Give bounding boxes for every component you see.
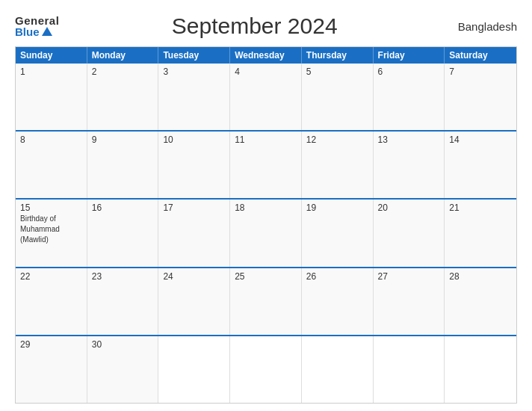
day-header-thursday: Thursday [302,47,374,64]
day-cell: 9 [87,132,159,198]
day-cell: 16 [87,200,159,266]
week-row-3: 15Birthday of Muhammad (Mawlid)161718192… [16,198,516,266]
day-cell [158,336,230,403]
day-number: 5 [306,67,368,77]
day-header-friday: Friday [374,47,445,64]
day-cell: 28 [445,268,516,335]
day-number: 12 [306,135,368,145]
day-cell: 22 [16,268,87,335]
calendar-grid: SundayMondayTuesdayWednesdayThursdayFrid… [15,46,517,404]
day-cell: 7 [445,64,516,130]
day-number: 3 [163,67,225,77]
day-header-sunday: Sunday [16,47,87,64]
day-number: 28 [449,271,512,282]
day-number: 6 [378,67,440,77]
day-cell: 5 [302,64,374,130]
day-header-tuesday: Tuesday [158,47,230,64]
day-cell: 12 [302,132,374,198]
day-header-monday: Monday [87,47,159,64]
day-number: 13 [378,135,440,145]
day-cell: 15Birthday of Muhammad (Mawlid) [16,200,87,266]
weeks-container: 123456789101112131415Birthday of Muhamma… [16,64,516,403]
day-number: 26 [306,271,368,282]
day-number: 22 [20,271,82,282]
day-number: 17 [163,203,225,213]
day-header-wednesday: Wednesday [230,47,302,64]
day-cell: 1 [16,64,87,130]
day-number: 16 [92,203,154,213]
logo-triangle-icon [42,27,52,36]
day-cell: 18 [230,200,302,266]
day-number: 19 [306,203,368,213]
day-header-saturday: Saturday [445,47,516,64]
calendar-page: General Blue September 2024 Bangladesh S… [0,0,532,411]
week-row-2: 891011121314 [16,130,516,198]
week-row-5: 2930 [16,335,516,403]
day-number: 8 [20,135,82,145]
logo: General Blue [15,15,59,37]
day-cell: 24 [158,268,230,335]
day-cell: 6 [374,64,445,130]
day-cell: 8 [16,132,87,198]
day-number: 27 [378,271,440,282]
day-cell: 3 [158,64,230,130]
day-number: 1 [20,67,82,77]
day-cell: 17 [158,200,230,266]
day-number: 23 [92,271,154,282]
day-cell: 21 [445,200,516,266]
day-cell: 25 [230,268,302,335]
week-row-1: 1234567 [16,64,516,130]
day-number: 11 [235,135,297,145]
days-header-row: SundayMondayTuesdayWednesdayThursdayFrid… [16,47,516,64]
day-number: 15 [20,203,82,213]
day-cell: 23 [87,268,159,335]
day-number: 7 [449,67,512,77]
day-number: 21 [449,203,512,213]
day-cell: 10 [158,132,230,198]
header: General Blue September 2024 Bangladesh [15,13,517,39]
day-cell: 13 [374,132,445,198]
day-cell: 30 [87,336,159,403]
day-number: 29 [20,339,82,350]
day-number: 25 [235,271,297,282]
calendar-title: September 2024 [59,13,450,39]
day-cell: 27 [374,268,445,335]
day-number: 9 [92,135,154,145]
country-label: Bangladesh [450,20,517,33]
day-cell [230,336,302,403]
day-cell: 20 [374,200,445,266]
day-number: 4 [235,67,297,77]
day-cell: 26 [302,268,374,335]
day-cell: 29 [16,336,87,403]
day-number: 20 [378,203,440,213]
day-number: 18 [235,203,297,213]
event-label: Birthday of Muhammad (Mawlid) [20,214,60,244]
day-cell [374,336,445,403]
logo-general-text: General [15,15,59,26]
day-number: 2 [92,67,154,77]
day-cell: 4 [230,64,302,130]
day-cell: 11 [230,132,302,198]
day-number: 30 [92,339,154,350]
day-cell: 2 [87,64,159,130]
day-number: 10 [163,135,225,145]
logo-blue-text: Blue [15,26,59,37]
week-row-4: 22232425262728 [16,267,516,335]
day-cell [302,336,374,403]
day-cell [445,336,516,403]
day-number: 14 [449,135,512,145]
day-number: 24 [163,271,225,282]
day-cell: 14 [445,132,516,198]
day-cell: 19 [302,200,374,266]
